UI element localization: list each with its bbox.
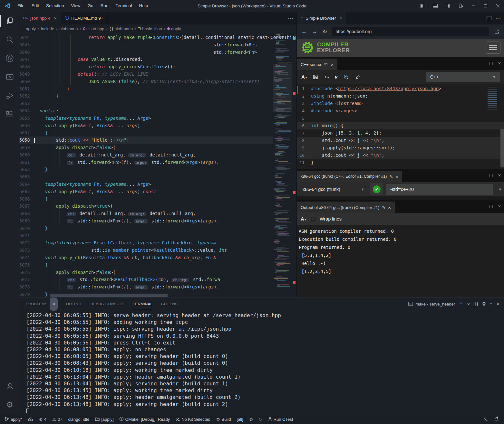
tab-json-hpp[interactable]: C+ json.hpp 4 × xyxy=(19,12,61,24)
reload-icon[interactable]: ↻ xyxy=(323,28,327,35)
terminal-content[interactable]: [2022-04-30 06:05:55] INFO: serve_header… xyxy=(26,312,501,413)
breadcrumb-item[interactable]: C+json.hpp xyxy=(83,26,104,31)
source-editor[interactable]: 1#include <https://localhost:8443/apply/… xyxy=(297,84,504,169)
more-actions-icon[interactable]: ⋯ xyxy=(495,15,501,22)
status-item[interactable] xyxy=(28,417,33,421)
breadcrumb-item[interactable]: apply xyxy=(167,26,181,31)
close-pane-icon[interactable]: × xyxy=(498,203,501,210)
close-tab-icon[interactable]: × xyxy=(54,15,57,21)
compiler-options-input[interactable]: -std=c++20 xyxy=(386,184,493,195)
status-item-apply[interactable]: apply* xyxy=(5,417,22,422)
menu-help[interactable]: Help xyxy=(135,0,151,12)
tab-problems[interactable]: PROBLEMS31 xyxy=(26,298,58,310)
maximize-button[interactable] xyxy=(480,0,492,12)
close-pane-icon[interactable]: × xyxy=(498,60,501,67)
output-tab[interactable]: Output of x86-64 gcc (trunk) (Compiler #… xyxy=(297,202,395,213)
maximize-pane-icon[interactable]: □ xyxy=(489,172,493,179)
pin-icon[interactable] xyxy=(355,74,360,80)
close-panel-icon[interactable]: × xyxy=(497,301,499,307)
split-terminal-icon[interactable] xyxy=(473,302,478,306)
add-pane-button[interactable]: +▾ xyxy=(324,74,329,80)
maximize-pane-icon[interactable]: □ xyxy=(489,60,493,67)
breadcrumb-item[interactable]: { }nlohmann xyxy=(110,26,133,31)
close-icon[interactable]: × xyxy=(395,174,398,179)
source-tab[interactable]: C++ source #1 × xyxy=(297,59,337,70)
status-item-clangd-idle[interactable]: clangd: idle xyxy=(68,417,89,422)
bell-icon[interactable] xyxy=(494,417,499,422)
status-item-build[interactable]: ⚙Build xyxy=(216,417,231,422)
menu-view[interactable]: View xyxy=(68,0,84,12)
status-item-apply[interactable]: [apply] xyxy=(95,417,113,422)
breadcrumb-item[interactable]: nlohmann xyxy=(59,26,78,31)
forward-icon[interactable]: → xyxy=(312,28,317,35)
breadcrumb-item[interactable]: apply xyxy=(26,26,36,31)
options-dropdown-icon[interactable]: ▼ xyxy=(496,187,504,191)
close-tab-icon[interactable]: × xyxy=(340,15,343,21)
extensions-icon[interactable] xyxy=(0,105,19,124)
search-icon[interactable] xyxy=(0,30,19,49)
status-item-no-kit-selected[interactable]: No Kit Selected xyxy=(176,417,210,422)
menu-edit[interactable]: Edit xyxy=(28,0,43,12)
close-icon[interactable]: × xyxy=(331,62,334,67)
feedback-icon[interactable] xyxy=(483,417,488,422)
toggle-sidebar-icon[interactable] xyxy=(417,0,429,12)
zoom-icon[interactable] xyxy=(344,74,349,80)
breadcrumb[interactable]: apply› include› nlohmann› C+json.hpp› { … xyxy=(19,24,296,33)
new-terminal-icon[interactable]: + xyxy=(459,301,463,307)
rename-icon[interactable]: ✎ xyxy=(389,174,393,179)
minimize-button[interactable] xyxy=(467,0,480,12)
compiler-select[interactable]: x86-64 gcc (trunk)▼ xyxy=(300,184,367,194)
menu-run[interactable]: Run xyxy=(97,0,112,12)
status-item[interactable]: ▷ xyxy=(259,417,262,422)
minimap-slider[interactable] xyxy=(273,64,292,112)
more-actions-icon[interactable]: ⋯ xyxy=(288,15,293,22)
status-item-run-ctest[interactable]: Run CTest xyxy=(268,417,293,422)
terminal-instance[interactable]: make - serve_header xyxy=(408,302,455,306)
maximize-pane-icon[interactable]: □ xyxy=(489,203,493,210)
settings-gear-icon[interactable]: ⚙ xyxy=(0,395,19,414)
language-select[interactable]: C++▼ xyxy=(426,72,500,82)
hamburger-menu-icon[interactable] xyxy=(486,42,500,54)
font-size-button[interactable]: A▾ xyxy=(301,74,307,80)
status-item[interactable] xyxy=(249,417,253,421)
customize-layout-icon[interactable] xyxy=(455,0,467,12)
compiler-tab[interactable]: x86-64 gcc (trunk) (C++, Editor #1, Comp… xyxy=(297,171,402,182)
breadcrumb-item[interactable]: include xyxy=(41,26,54,31)
url-input[interactable]: https://godbolt.org xyxy=(332,27,489,36)
tab-gitlens[interactable]: GITLENS xyxy=(161,298,178,310)
tab-terminal[interactable]: TERMINAL xyxy=(133,298,152,310)
font-size-button[interactable]: A▾ xyxy=(301,216,306,222)
breadcrumb-item[interactable]: basic_json xyxy=(138,26,162,31)
tab-debug-console[interactable]: DEBUG CONSOLE xyxy=(90,298,124,310)
source-control-icon[interactable] xyxy=(0,49,19,68)
menu-file[interactable]: File xyxy=(14,0,28,12)
status-item-cmake-debug-ready[interactable]: ⓘCMake: [Debug]: Ready xyxy=(120,416,170,422)
tab-output[interactable]: OUTPUT xyxy=(66,298,82,310)
explorer-icon[interactable] xyxy=(0,12,19,30)
run-and-debug-icon[interactable] xyxy=(0,86,19,105)
maximize-panel-icon[interactable] xyxy=(489,303,492,306)
close-button[interactable] xyxy=(492,0,504,12)
source-scrollbar[interactable] xyxy=(500,129,504,167)
vim-mode-icon[interactable]: v xyxy=(335,74,338,80)
horizontal-scrollbar[interactable] xyxy=(50,294,168,297)
code-editor[interactable]: 5044 return apply_make_tuple<ConstThis>(… xyxy=(19,33,296,297)
wrap-lines-checkbox[interactable] xyxy=(311,217,315,221)
kill-terminal-icon[interactable] xyxy=(482,302,486,306)
menu-go[interactable]: Go xyxy=(84,0,97,12)
tab-readme-md[interactable]: ⓘ README.md 9+ xyxy=(61,12,107,24)
status-item-all[interactable]: [all] xyxy=(237,417,243,422)
menu-selection[interactable]: Selection xyxy=(43,0,68,12)
tab-simple-browser[interactable]: ≡ Simple Browser × xyxy=(297,12,346,24)
save-icon[interactable] xyxy=(313,74,318,80)
toggle-panel-icon[interactable] xyxy=(429,0,441,12)
terminal-dropdown-icon[interactable] xyxy=(467,302,470,305)
status-item-4[interactable]: ⊗4 xyxy=(39,417,46,422)
toggle-secondary-sidebar-icon[interactable] xyxy=(441,0,453,12)
open-external-icon[interactable] xyxy=(494,29,499,34)
accounts-icon[interactable] xyxy=(0,377,19,395)
split-editor-icon[interactable] xyxy=(487,16,491,20)
cmake-icon[interactable] xyxy=(0,68,19,86)
rename-icon[interactable]: ✎ xyxy=(382,205,385,210)
close-icon[interactable]: × xyxy=(388,205,391,210)
